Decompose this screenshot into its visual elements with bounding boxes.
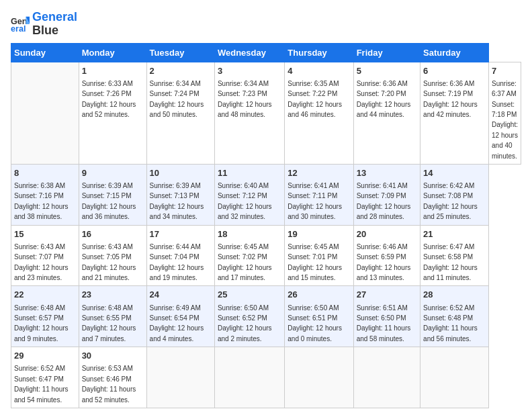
day-detail: Sunrise: 6:33 AMSunset: 7:26 PMDaylight:… — [82, 80, 136, 118]
logo-name: GeneralBlue — [32, 11, 77, 38]
calendar-cell: 13 Sunrise: 6:41 AMSunset: 7:09 PMDaylig… — [353, 164, 420, 225]
day-detail: Sunrise: 6:50 AMSunset: 6:51 PMDaylight:… — [287, 304, 342, 342]
day-number: 12 — [287, 167, 350, 179]
calendar-cell: 3 Sunrise: 6:34 AMSunset: 7:23 PMDayligh… — [214, 62, 284, 164]
day-number: 4 — [287, 65, 350, 77]
calendar-cell: 26 Sunrise: 6:50 AMSunset: 6:51 PMDaylig… — [285, 286, 353, 347]
day-number: 24 — [150, 289, 212, 301]
day-detail: Sunrise: 6:44 AMSunset: 7:04 PMDaylight:… — [150, 243, 204, 281]
weekday-header-row: SundayMondayTuesdayWednesdayThursdayFrid… — [11, 43, 521, 62]
day-detail: Sunrise: 6:37 AMSunset: 7:18 PMDaylight:… — [492, 80, 518, 160]
day-detail: Sunrise: 6:48 AMSunset: 6:57 PMDaylight:… — [14, 304, 69, 342]
day-number: 8 — [14, 167, 76, 179]
calendar-cell: 20 Sunrise: 6:46 AMSunset: 6:59 PMDaylig… — [353, 225, 420, 286]
calendar-cell: 1 Sunrise: 6:33 AMSunset: 7:26 PMDayligh… — [79, 62, 146, 164]
calendar-cell — [11, 62, 79, 164]
calendar-cell — [353, 347, 420, 408]
day-number: 18 — [218, 228, 281, 240]
day-detail: Sunrise: 6:40 AMSunset: 7:12 PMDaylight:… — [218, 182, 272, 220]
day-detail: Sunrise: 6:49 AMSunset: 6:54 PMDaylight:… — [150, 304, 204, 342]
day-number: 28 — [423, 289, 486, 301]
day-number: 13 — [357, 167, 417, 179]
day-detail: Sunrise: 6:45 AMSunset: 7:02 PMDaylight:… — [218, 243, 272, 281]
calendar-table: SundayMondayTuesdayWednesdayThursdayFrid… — [11, 43, 521, 408]
day-number: 1 — [82, 65, 144, 77]
logo-icon: Gen eral — [11, 15, 30, 34]
calendar-cell — [214, 347, 284, 408]
svg-text:eral: eral — [11, 24, 26, 34]
calendar-cell: 6 Sunrise: 6:36 AMSunset: 7:19 PMDayligh… — [420, 62, 489, 164]
day-detail: Sunrise: 6:51 AMSunset: 6:50 PMDaylight:… — [357, 304, 411, 342]
calendar-cell: 5 Sunrise: 6:36 AMSunset: 7:20 PMDayligh… — [353, 62, 420, 164]
weekday-header-monday: Monday — [79, 43, 146, 62]
day-detail: Sunrise: 6:46 AMSunset: 6:59 PMDaylight:… — [357, 243, 411, 281]
day-detail: Sunrise: 6:47 AMSunset: 6:58 PMDaylight:… — [423, 243, 478, 281]
day-detail: Sunrise: 6:34 AMSunset: 7:24 PMDaylight:… — [150, 80, 204, 118]
day-detail: Sunrise: 6:38 AMSunset: 7:16 PMDaylight:… — [14, 182, 69, 220]
calendar-week-2: 8 Sunrise: 6:38 AMSunset: 7:16 PMDayligh… — [11, 164, 521, 225]
day-detail: Sunrise: 6:45 AMSunset: 7:01 PMDaylight:… — [287, 243, 342, 281]
day-number: 23 — [82, 289, 144, 301]
calendar-cell: 28 Sunrise: 6:52 AMSunset: 6:48 PMDaylig… — [420, 286, 489, 347]
calendar-week-5: 29 Sunrise: 6:52 AMSunset: 6:47 PMDaylig… — [11, 347, 521, 408]
calendar-cell — [420, 347, 489, 408]
day-number: 19 — [287, 228, 350, 240]
calendar-week-3: 15 Sunrise: 6:43 AMSunset: 7:07 PMDaylig… — [11, 225, 521, 286]
day-detail: Sunrise: 6:50 AMSunset: 6:52 PMDaylight:… — [218, 304, 272, 342]
calendar-cell: 16 Sunrise: 6:43 AMSunset: 7:05 PMDaylig… — [79, 225, 146, 286]
day-number: 22 — [14, 289, 76, 301]
calendar-cell: 29 Sunrise: 6:52 AMSunset: 6:47 PMDaylig… — [11, 347, 79, 408]
day-number: 2 — [150, 65, 212, 77]
day-detail: Sunrise: 6:36 AMSunset: 7:19 PMDaylight:… — [423, 80, 478, 118]
calendar-cell: 22 Sunrise: 6:48 AMSunset: 6:57 PMDaylig… — [11, 286, 79, 347]
calendar-cell — [285, 347, 353, 408]
calendar-cell: 19 Sunrise: 6:45 AMSunset: 7:01 PMDaylig… — [285, 225, 353, 286]
day-number: 29 — [14, 350, 76, 362]
day-detail: Sunrise: 6:36 AMSunset: 7:20 PMDaylight:… — [357, 80, 411, 118]
day-number: 6 — [423, 65, 486, 77]
day-number: 20 — [357, 228, 417, 240]
calendar-cell — [146, 347, 214, 408]
day-number: 14 — [423, 167, 486, 179]
calendar-cell: 17 Sunrise: 6:44 AMSunset: 7:04 PMDaylig… — [146, 225, 214, 286]
weekday-header-friday: Friday — [353, 43, 420, 62]
day-detail: Sunrise: 6:39 AMSunset: 7:15 PMDaylight:… — [82, 182, 136, 220]
calendar-cell: 25 Sunrise: 6:50 AMSunset: 6:52 PMDaylig… — [214, 286, 284, 347]
day-detail: Sunrise: 6:52 AMSunset: 6:48 PMDaylight:… — [423, 304, 478, 342]
day-number: 30 — [82, 350, 144, 362]
day-number: 11 — [218, 167, 281, 179]
day-number: 25 — [218, 289, 281, 301]
day-number: 26 — [287, 289, 350, 301]
calendar-cell: 11 Sunrise: 6:40 AMSunset: 7:12 PMDaylig… — [214, 164, 284, 225]
calendar-cell: 23 Sunrise: 6:48 AMSunset: 6:55 PMDaylig… — [79, 286, 146, 347]
day-detail: Sunrise: 6:41 AMSunset: 7:11 PMDaylight:… — [287, 182, 342, 220]
weekday-header-thursday: Thursday — [285, 43, 353, 62]
calendar-cell: 24 Sunrise: 6:49 AMSunset: 6:54 PMDaylig… — [146, 286, 214, 347]
day-detail: Sunrise: 6:42 AMSunset: 7:08 PMDaylight:… — [423, 182, 478, 220]
day-number: 3 — [218, 65, 281, 77]
weekday-header-saturday: Saturday — [420, 43, 489, 62]
calendar-cell: 27 Sunrise: 6:51 AMSunset: 6:50 PMDaylig… — [353, 286, 420, 347]
calendar-cell: 14 Sunrise: 6:42 AMSunset: 7:08 PMDaylig… — [420, 164, 489, 225]
calendar-cell: 15 Sunrise: 6:43 AMSunset: 7:07 PMDaylig… — [11, 225, 79, 286]
calendar-cell: 30 Sunrise: 6:53 AMSunset: 6:46 PMDaylig… — [79, 347, 146, 408]
day-detail: Sunrise: 6:43 AMSunset: 7:07 PMDaylight:… — [14, 243, 69, 281]
weekday-header-tuesday: Tuesday — [146, 43, 214, 62]
day-number: 16 — [82, 228, 144, 240]
day-number: 15 — [14, 228, 76, 240]
day-number: 27 — [357, 289, 417, 301]
day-detail: Sunrise: 6:53 AMSunset: 6:46 PMDaylight:… — [82, 365, 136, 403]
day-number: 7 — [492, 65, 518, 77]
day-number: 9 — [82, 167, 144, 179]
day-detail: Sunrise: 6:35 AMSunset: 7:22 PMDaylight:… — [287, 80, 342, 118]
day-detail: Sunrise: 6:48 AMSunset: 6:55 PMDaylight:… — [82, 304, 136, 342]
weekday-header-sunday: Sunday — [11, 43, 79, 62]
calendar-cell: 2 Sunrise: 6:34 AMSunset: 7:24 PMDayligh… — [146, 62, 214, 164]
calendar-cell: 4 Sunrise: 6:35 AMSunset: 7:22 PMDayligh… — [285, 62, 353, 164]
calendar-week-1: 1 Sunrise: 6:33 AMSunset: 7:26 PMDayligh… — [11, 62, 521, 164]
day-detail: Sunrise: 6:34 AMSunset: 7:23 PMDaylight:… — [218, 80, 272, 118]
calendar-cell: 9 Sunrise: 6:39 AMSunset: 7:15 PMDayligh… — [79, 164, 146, 225]
logo: Gen eral GeneralBlue — [11, 11, 77, 38]
day-detail: Sunrise: 6:52 AMSunset: 6:47 PMDaylight:… — [14, 365, 69, 403]
calendar-cell: 10 Sunrise: 6:39 AMSunset: 7:13 PMDaylig… — [146, 164, 214, 225]
